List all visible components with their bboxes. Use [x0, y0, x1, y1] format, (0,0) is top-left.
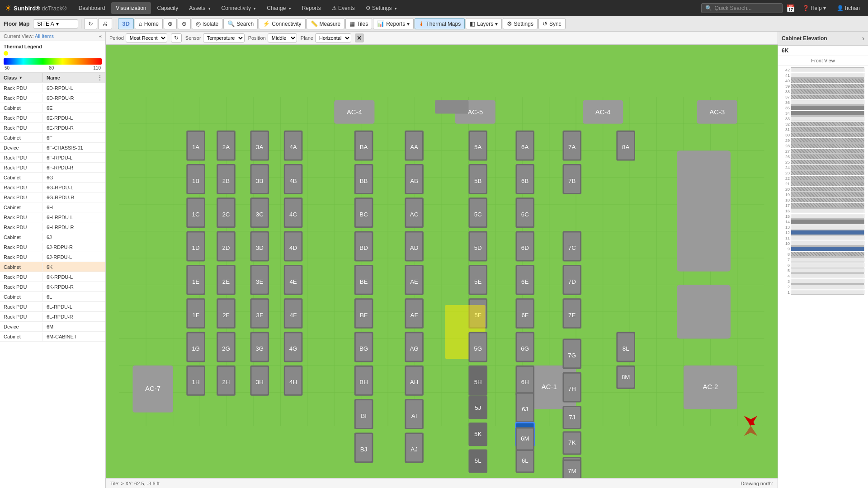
rack-slot[interactable] — [791, 181, 864, 186]
rack-slot[interactable] — [791, 165, 864, 170]
connectivity-button[interactable]: ⚡ Connectivity — [259, 18, 305, 29]
table-row[interactable]: Cabinet 6H — [0, 202, 105, 212]
rack-slot[interactable] — [791, 94, 864, 99]
rack-slot[interactable] — [791, 252, 864, 257]
rack-slot[interactable] — [791, 197, 864, 202]
map-close-button[interactable]: ✕ — [355, 33, 364, 42]
table-row[interactable]: Rack PDU 6E-RPDU-R — [0, 123, 105, 133]
col-actions[interactable]: ⋮ — [94, 73, 105, 83]
site-select[interactable]: SITE A ▾ — [33, 19, 78, 28]
help-button[interactable]: ❓ Help ▾ — [799, 3, 830, 13]
nav-visualization[interactable]: Visualization — [111, 2, 151, 14]
nav-change[interactable]: Change ▾ — [262, 2, 295, 14]
rack-slot[interactable] — [791, 187, 864, 192]
rack-slot[interactable] — [791, 230, 864, 235]
col-class[interactable]: Class ▼ — [0, 73, 43, 82]
rack-slot[interactable] — [791, 241, 864, 246]
nav-reports[interactable]: Reports — [297, 2, 326, 14]
table-row[interactable]: Rack PDU 6L-RPDU-L — [0, 302, 105, 312]
table-row[interactable]: Rack PDU 6H-RPDU-L — [0, 212, 105, 222]
table-row[interactable]: Cabinet 6K — [0, 262, 105, 272]
rack-slot[interactable] — [791, 84, 864, 89]
table-row[interactable]: Rack PDU 6D-RPDU-L — [0, 83, 105, 93]
table-row[interactable]: Cabinet 6F — [0, 133, 105, 143]
rack-slot[interactable] — [791, 78, 864, 83]
rack-slot[interactable] — [791, 105, 864, 110]
nav-connectivity[interactable]: Connectivity ▾ — [217, 2, 261, 14]
quick-search-box[interactable]: 🔍 — [701, 3, 783, 13]
nav-events[interactable]: ⚠ Events — [327, 2, 359, 14]
rack-slot[interactable] — [791, 116, 864, 121]
zoom-out-button[interactable]: ⊖ — [178, 18, 191, 29]
rack-slot[interactable] — [791, 225, 864, 230]
table-row[interactable]: Rack PDU 6G-RPDU-L — [0, 183, 105, 192]
nav-settings[interactable]: ⚙ Settings ▾ — [361, 2, 401, 14]
col-name[interactable]: Name — [43, 73, 94, 82]
rack-slot[interactable] — [791, 89, 864, 94]
settings-tb-button[interactable]: ⚙ Settings — [503, 18, 538, 29]
measure-button[interactable]: 📏 Measure — [307, 18, 345, 29]
nav-dashboard[interactable]: Dashboard — [74, 2, 110, 14]
refresh-map-button[interactable]: ↻ — [171, 33, 182, 42]
sync-button[interactable]: ↺ Sync — [538, 18, 566, 29]
rack-slot[interactable] — [791, 149, 864, 154]
rack-slot[interactable] — [791, 268, 864, 273]
rack-slot[interactable] — [791, 100, 864, 105]
home-button[interactable]: ⌂ Home — [135, 18, 163, 29]
isolate-button[interactable]: ◎ Isolate — [192, 18, 222, 29]
sensor-select[interactable]: Temperature Humidity — [203, 33, 245, 42]
calendar-icon[interactable]: 📅 — [786, 4, 795, 13]
rack-slot[interactable] — [791, 160, 864, 164]
rack-slot[interactable] — [791, 273, 864, 278]
table-row[interactable]: Rack PDU 6L-RPDU-R — [0, 312, 105, 322]
rack-slot[interactable] — [791, 235, 864, 240]
zoom-in-button[interactable]: ⊕ — [164, 18, 177, 29]
nav-assets[interactable]: Assets ▾ — [184, 2, 215, 14]
rack-slot[interactable] — [791, 143, 864, 148]
rack-slot[interactable] — [791, 208, 864, 213]
table-row[interactable]: Cabinet 6G — [0, 173, 105, 183]
rack-slot[interactable] — [791, 111, 864, 116]
3d-button[interactable]: 3D — [118, 18, 134, 29]
position-select[interactable]: Top Middle Bottom — [268, 33, 297, 42]
rack-slot[interactable] — [791, 67, 864, 72]
table-row[interactable]: Rack PDU 6J-RDPU-R — [0, 242, 105, 252]
table-row[interactable]: Rack PDU 6J-RPDU-L — [0, 252, 105, 262]
table-row[interactable]: Rack PDU 6G-RPDU-R — [0, 192, 105, 202]
rack-slot[interactable] — [791, 290, 864, 295]
rack-slot[interactable] — [791, 279, 864, 284]
rack-slot[interactable] — [791, 284, 864, 289]
rack-slot[interactable] — [791, 203, 864, 208]
table-row[interactable]: Rack PDU 6H-RPDU-R — [0, 222, 105, 232]
table-row[interactable]: Cabinet 6M-CABINET — [0, 332, 105, 342]
rack-slot[interactable] — [791, 132, 864, 137]
user-button[interactable]: 👤 hchan — [833, 3, 863, 13]
rack-slot[interactable] — [791, 176, 864, 181]
map-viewport[interactable]: AC-4 AC-5 AC-4 AC-3 AC-7 AC-1 AC-2 — [106, 45, 778, 478]
rack-slot[interactable] — [791, 219, 864, 224]
period-select[interactable]: Most Recent Last Hour Last Day — [126, 33, 167, 42]
rack-slot[interactable] — [791, 257, 864, 262]
table-row[interactable]: Device 6F-CHASSIS-01 — [0, 143, 105, 153]
all-items-link[interactable]: All Items — [35, 33, 54, 39]
rack-slot[interactable] — [791, 73, 864, 78]
table-row[interactable]: Device 6M — [0, 322, 105, 332]
rack-slot[interactable] — [791, 246, 864, 251]
collapse-panel-button[interactable]: « — [99, 33, 102, 39]
quick-search-input[interactable] — [715, 5, 778, 11]
table-row[interactable]: Rack PDU 6K-RPDU-L — [0, 272, 105, 282]
thermal-maps-button[interactable]: 🌡 Thermal Maps — [415, 18, 465, 29]
rack-slot[interactable] — [791, 192, 864, 197]
refresh-button[interactable]: ↻ — [84, 18, 97, 29]
table-row[interactable]: Cabinet 6J — [0, 232, 105, 242]
tiles-button[interactable]: ▦ Tiles — [345, 18, 372, 29]
close-elevation-button[interactable]: › — [862, 34, 864, 42]
rack-slot[interactable] — [791, 122, 864, 127]
layers-button[interactable]: ◧ Layers ▾ — [466, 18, 501, 29]
rack-slot[interactable] — [791, 154, 864, 159]
table-row[interactable]: Rack PDU 6E-RPDU-L — [0, 113, 105, 123]
table-row[interactable]: Cabinet 6L — [0, 292, 105, 302]
table-row[interactable]: Rack PDU 6F-RPDU-R — [0, 163, 105, 173]
print-button[interactable]: 🖨 — [98, 18, 112, 29]
rack-slot[interactable] — [791, 214, 864, 219]
